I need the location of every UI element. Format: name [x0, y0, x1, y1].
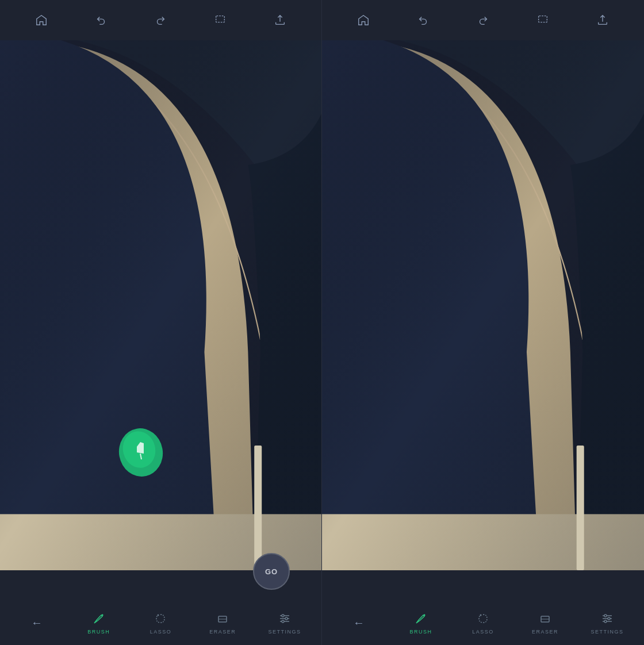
settings-tool-right[interactable]: SETTINGS: [590, 611, 624, 635]
svg-rect-3: [0, 40, 321, 570]
layers-icon[interactable]: [210, 10, 231, 30]
settings-tool-left[interactable]: SETTINGS: [267, 611, 302, 635]
settings-icon-left: [277, 611, 293, 627]
svg-rect-4: [254, 446, 262, 570]
share-icon-right[interactable]: [592, 10, 613, 30]
scene-right: [322, 40, 644, 570]
eraser-tool-left[interactable]: ERASER: [205, 611, 240, 635]
bottom-tools-left: ← BRUSH LASSO: [0, 611, 321, 635]
brush-tool-left[interactable]: BRUSH: [82, 611, 116, 635]
svg-rect-16: [539, 16, 547, 22]
brush-icon-left: [91, 611, 107, 627]
bottom-bar-left: GO ← BRUSH LASS: [0, 570, 321, 645]
back-button-right[interactable]: ←: [342, 616, 376, 629]
go-button[interactable]: GO: [253, 553, 290, 590]
lasso-label-right: LASSO: [472, 629, 494, 635]
settings-icon-right: [599, 611, 615, 627]
canvas-right[interactable]: [322, 40, 644, 570]
bottom-bar-right: ← BRUSH LASSO: [322, 570, 644, 645]
svg-point-29: [604, 620, 607, 623]
svg-rect-0: [216, 16, 225, 22]
lasso-label-left: LASSO: [150, 629, 172, 635]
undo-icon-right[interactable]: [413, 10, 434, 30]
eraser-label-right: ERASER: [532, 629, 558, 635]
svg-point-27: [604, 615, 607, 617]
brush-icon-right: [413, 611, 429, 627]
redo-icon[interactable]: [150, 10, 171, 30]
layers-icon-right[interactable]: [532, 10, 553, 30]
svg-rect-19: [322, 40, 644, 570]
svg-point-28: [608, 617, 610, 620]
scene-left: [0, 40, 321, 570]
home-icon[interactable]: [31, 10, 52, 30]
settings-label-left: SETTINGS: [269, 629, 301, 635]
lasso-icon-right: [475, 611, 491, 627]
brush-label-right: BRUSH: [409, 629, 432, 635]
lasso-icon-left: [152, 611, 168, 627]
brush-stroke: [115, 418, 167, 481]
left-panel: GO ← BRUSH LASS: [0, 0, 322, 645]
svg-point-7: [158, 615, 159, 616]
settings-label-right: SETTINGS: [591, 629, 623, 635]
undo-icon[interactable]: [91, 10, 112, 30]
eraser-icon-left: [214, 611, 231, 627]
brush-label-left: BRUSH: [87, 629, 110, 635]
eraser-tool-right[interactable]: ERASER: [528, 611, 562, 635]
canvas-left[interactable]: [0, 40, 321, 570]
svg-rect-20: [577, 446, 584, 570]
top-toolbar-left: [0, 0, 321, 40]
eraser-label-left: ERASER: [209, 629, 236, 635]
back-button-left[interactable]: ←: [20, 616, 54, 629]
svg-point-13: [282, 615, 284, 617]
top-toolbar-right: [322, 0, 644, 40]
home-icon-right[interactable]: [353, 10, 374, 30]
lasso-tool-right[interactable]: LASSO: [466, 611, 500, 635]
right-panel: ← BRUSH LASSO: [322, 0, 644, 645]
svg-point-15: [282, 620, 284, 623]
svg-point-21: [480, 615, 482, 616]
eraser-icon-right: [537, 611, 553, 627]
share-icon[interactable]: [270, 10, 290, 30]
bottom-tools-right: ← BRUSH LASSO: [322, 611, 644, 635]
lasso-tool-left[interactable]: LASSO: [143, 611, 178, 635]
redo-icon-right[interactable]: [473, 10, 493, 30]
svg-point-14: [285, 617, 288, 620]
brush-tool-right[interactable]: BRUSH: [404, 611, 438, 635]
